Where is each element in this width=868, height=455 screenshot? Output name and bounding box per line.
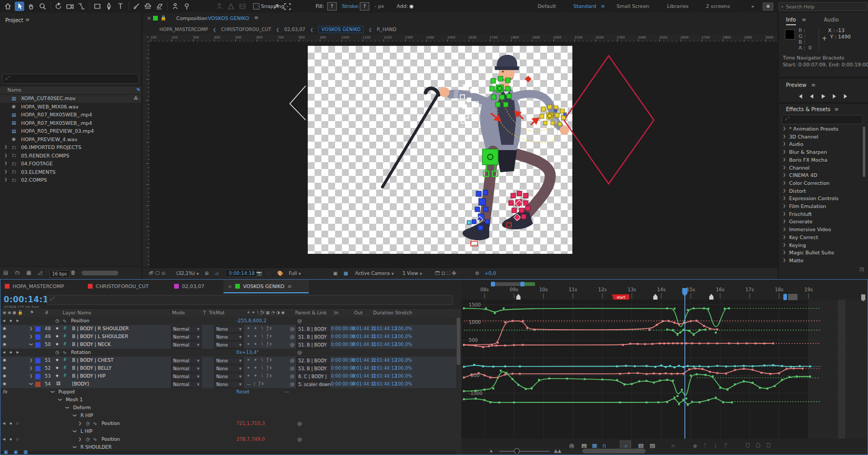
project-item[interactable]: ▤HOPA_R07_MIX05WEB_.mp4 <box>0 120 142 127</box>
tool-panbehind-icon[interactable] <box>77 2 86 11</box>
parent-dropdown[interactable]: 51. B | BODY▼ <box>296 341 330 349</box>
out-header[interactable]: Out <box>354 310 362 315</box>
blend-mode-dropdown[interactable]: Normal▼ <box>171 357 201 364</box>
property-value[interactable]: 0x+13,4° <box>236 350 259 355</box>
expand-chevron-icon[interactable]: ❯ <box>73 430 77 433</box>
parent-link-header[interactable]: Parent & Link <box>295 310 327 315</box>
effects-group[interactable]: ❯Matte <box>779 257 862 264</box>
eye-icon[interactable]: ◉ <box>3 326 6 331</box>
stopwatch-icon[interactable]: ◷ <box>86 421 90 426</box>
timeline-search-input[interactable]: ⌕˅ <box>47 295 453 305</box>
play-button[interactable] <box>820 92 826 102</box>
viewer-ruler-horizontal[interactable]: 1002003004005006007008009001000110012001… <box>149 35 778 42</box>
workspace-overflow[interactable]: » <box>751 3 754 9</box>
project-item[interactable]: ◉HOPA_WEB_MIX06.wav <box>0 103 142 111</box>
transparency-grid-icon[interactable]: ▩ <box>344 271 348 276</box>
timeline-row[interactable]: ❯Mesh 1 <box>1 396 461 404</box>
viewer-menu-icon[interactable]: ≡ <box>254 15 258 21</box>
effects-group[interactable]: ❯Magic Bullet Suite <box>779 249 862 256</box>
tool-camera-icon[interactable] <box>65 2 75 11</box>
trkmat-header[interactable]: TrkMat <box>209 310 225 315</box>
parent-dropdown[interactable]: 51. B | BODY▼ <box>296 325 330 333</box>
project-item[interactable]: ❯🗀04.FOOTAGE <box>0 160 142 168</box>
timeline-row[interactable]: ❯R HIP <box>1 412 461 420</box>
expand-chevron-icon[interactable]: ❯ <box>29 366 33 370</box>
stretch-header[interactable]: Stretch <box>395 310 412 315</box>
effects-group[interactable]: ❯CINEMA 4D <box>779 172 862 179</box>
timeline-row[interactable]: ◀ ◆ ▶◷∿Position-255,6,600,2@ <box>1 317 461 325</box>
tool-roto-icon[interactable] <box>170 2 180 11</box>
property-value[interactable]: -255,6,600,2 <box>236 318 267 323</box>
blend-mode-dropdown[interactable]: Normal▼ <box>171 365 201 372</box>
keyframe-nav[interactable]: ◀ ◆ ▶ <box>3 350 21 354</box>
layer-label-swatch[interactable] <box>35 358 41 363</box>
help-search[interactable]: ⌕ Search Help <box>779 2 867 11</box>
parent-dropdown[interactable]: 51. B | BODY▼ <box>296 333 330 341</box>
breadcrumb-voskos-geniko[interactable]: VOSKOS GENIKO <box>318 26 364 33</box>
effects-panel-corner-icon[interactable]: ◳ <box>859 266 864 272</box>
expand-chevron-icon[interactable]: ❯ <box>29 358 33 362</box>
expand-chevron-icon[interactable]: ❯ <box>73 414 77 417</box>
timeline-row[interactable]: ◀ ◆ ▶◷∿Rotation0x+13,4°@ <box>1 349 461 357</box>
keyframe-nav[interactable]: ◀ ◆ ▷ <box>3 421 21 426</box>
graph-zoom-slider[interactable] <box>499 451 550 452</box>
adjust-icon[interactable]: ◿ <box>38 270 42 275</box>
tool-pin-icon[interactable] <box>182 2 191 11</box>
parent-pickwhip-icon[interactable]: @ <box>290 334 295 339</box>
view-options-icons[interactable]: 🗖 ⊡ ⛶ 🕂 <box>435 271 456 276</box>
tool-brush-icon[interactable] <box>132 2 141 11</box>
parent-dropdown[interactable]: 52. B | BODY▼ <box>296 357 330 364</box>
tab-audio[interactable]: Audio <box>824 17 839 23</box>
keyframe-nav[interactable]: ◀ ◆ ▶ <box>3 319 21 323</box>
layer-label-swatch[interactable] <box>35 374 41 379</box>
parent-dropdown[interactable]: 5. scaler down▼ <box>296 381 330 388</box>
timeline-row[interactable]: ◉❯50★#B | BODY | NECKNormal▼None▼⚭ ✦ ∖ ƒ… <box>1 341 461 349</box>
effects-group[interactable]: ❯Channel <box>779 164 862 172</box>
tool-home-icon[interactable] <box>3 2 13 11</box>
resolution-dropdown[interactable]: Full ▼ <box>289 271 301 276</box>
effects-menu-icon[interactable]: ≡ <box>834 106 839 112</box>
expand-chevron-icon[interactable]: ❯ <box>58 398 62 401</box>
duration-header[interactable]: Duration <box>373 310 393 315</box>
stopwatch-icon[interactable]: ◷ <box>55 350 59 355</box>
project-item[interactable]: ❯🗀05.RENDER COMPS <box>0 152 142 160</box>
timeline-row[interactable]: ◉❯53★#B | BODY | HIPNormal▼None▼⚭ ✦ ∖ ƒx… <box>1 372 461 381</box>
layer-label-swatch[interactable] <box>35 342 41 348</box>
fill-swatch[interactable]: ? <box>327 2 337 11</box>
expand-chevron-icon[interactable]: ❯ <box>29 334 33 339</box>
effects-group[interactable]: ❯Frischluft <box>779 211 862 218</box>
timeline-row[interactable]: ❯R SHOULDER <box>1 443 461 452</box>
trkmat-dropdown[interactable]: None▼ <box>214 357 244 364</box>
project-item[interactable]: ◉HOPA_PREVIEW_4.wav <box>0 136 142 144</box>
parent-pickwhip-icon[interactable]: @ <box>290 342 295 347</box>
layer-list-scrollbar[interactable] <box>456 316 461 454</box>
last-frame-button[interactable] <box>843 92 850 102</box>
tab-info[interactable]: Info <box>786 17 796 25</box>
effects-group[interactable]: ❯Boris FX Mocha <box>779 156 862 164</box>
zoom-in-icon[interactable]: ▲▲ <box>554 448 561 453</box>
stopwatch-icon[interactable]: ◷ <box>55 318 59 323</box>
fast-previews-icon[interactable]: ▣ <box>333 271 338 276</box>
tool-hand-icon[interactable] <box>26 2 36 11</box>
timeline-row[interactable]: ◉❯51★#B | BODY | CHESTNormal▼None▼⚭ ✦ ∖ … <box>1 357 461 365</box>
blend-mode-dropdown[interactable]: Normal▼ <box>171 333 201 341</box>
stopwatch-icon[interactable]: ◷ <box>86 437 90 442</box>
expand-chevron-icon[interactable]: ❯ <box>29 382 33 385</box>
zoom-out-icon[interactable]: ▲ <box>490 449 492 453</box>
timeline-row[interactable]: ◀ ◆ ▷❯◷∿Position378,7,749,0@ <box>1 436 461 444</box>
expand-chevron-icon[interactable]: ❯ <box>29 343 33 346</box>
t-header[interactable]: T <box>203 310 206 315</box>
parent-pickwhip-icon[interactable]: @ <box>290 373 295 379</box>
new-comp-icon[interactable]: ▦ <box>26 270 31 275</box>
layer-label-swatch[interactable] <box>35 382 41 387</box>
trkmat-dropdown[interactable]: None▼ <box>214 373 244 380</box>
parent-dropdown[interactable]: 6. C | BODY |▼ <box>296 373 330 380</box>
tool-stamp-icon[interactable] <box>143 2 153 11</box>
project-columns-header[interactable]: Name ◥ <box>0 86 142 95</box>
blend-mode-dropdown[interactable]: Normal▼ <box>171 373 201 380</box>
trkmat-dropdown[interactable]: None▼ <box>214 333 244 341</box>
blend-mode-dropdown[interactable]: Normal▼ <box>171 325 201 333</box>
eye-icon[interactable]: ◉ <box>3 381 6 386</box>
layer-label-swatch[interactable] <box>35 327 41 332</box>
project-footer-scrollbar[interactable] <box>82 271 118 275</box>
